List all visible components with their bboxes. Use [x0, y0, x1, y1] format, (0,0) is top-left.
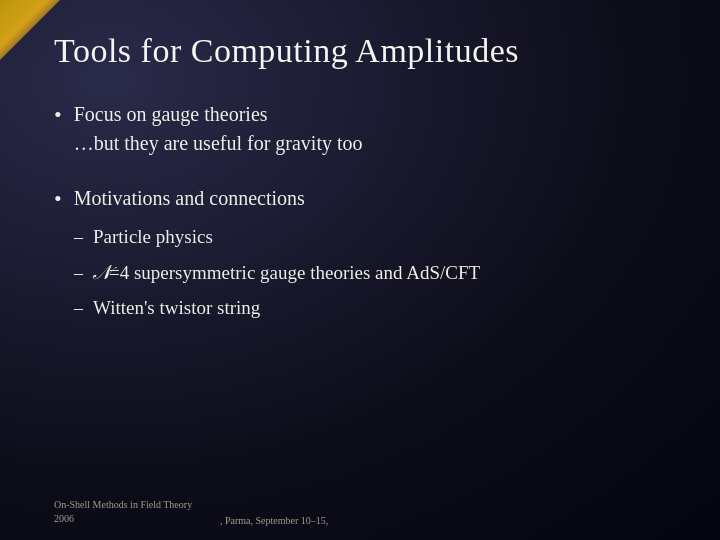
bullet-text-1: Focus on gauge theories …but they are us…: [74, 100, 363, 158]
sub-dash-3: –: [74, 295, 83, 322]
bullet-main-1: • Focus on gauge theories …but they are …: [54, 100, 666, 158]
sub-dash-1: –: [74, 224, 83, 251]
bullet-main-2: • Motivations and connections: [54, 184, 666, 215]
sub-bullet-2-suffix: supersymmetric gauge theories and AdS/CF…: [129, 262, 480, 283]
sub-dash-2: –: [74, 260, 83, 287]
sub-bullet-2-text: 𝒩=4 supersymmetric gauge theories and Ad…: [93, 257, 480, 288]
bullet-dot-1: •: [54, 100, 62, 131]
slide-content: Tools for Computing Amplitudes • Focus o…: [0, 0, 720, 540]
bullet-dot-2: •: [54, 184, 62, 215]
slide-title: Tools for Computing Amplitudes: [54, 32, 666, 70]
sub-bullet-3: – Witten's twistor string: [74, 294, 666, 323]
bullet-section-1: • Focus on gauge theories …but they are …: [54, 100, 666, 162]
bullet1-line2: …but they are useful for gravity too: [74, 129, 363, 158]
sub-bullet-1-text: Particle physics: [93, 223, 213, 252]
math-n: 𝒩: [93, 261, 109, 283]
sub-bullet-3-text: Witten's twistor string: [93, 294, 260, 323]
bullet-section-2: • Motivations and connections – Particle…: [54, 184, 666, 322]
sub-bullet-2: – 𝒩=4 supersymmetric gauge theories and …: [74, 257, 666, 288]
sub-bullets: – Particle physics – 𝒩=4 supersymmetric …: [74, 223, 666, 323]
bullet-text-2: Motivations and connections: [74, 184, 305, 213]
bullet1-line1: Focus on gauge theories: [74, 100, 363, 129]
bullet2-main: Motivations and connections: [74, 184, 305, 213]
sub-bullet-1: – Particle physics: [74, 223, 666, 252]
